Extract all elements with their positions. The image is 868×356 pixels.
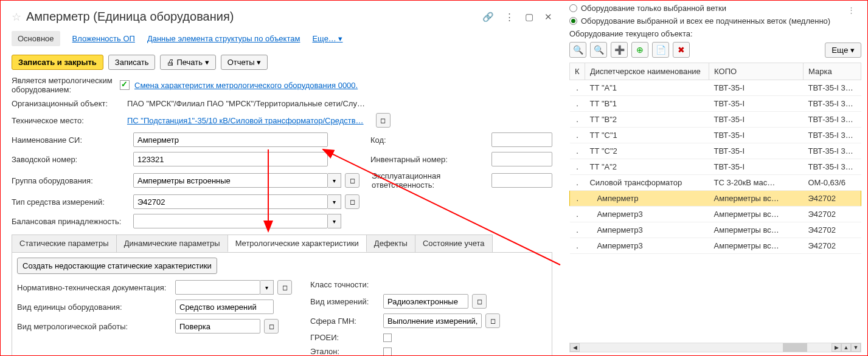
- col-kopo[interactable]: КОПО: [709, 63, 804, 80]
- table-row[interactable]: .ТТ "В"2ТВТ-35-IТВТ-35-I 300/: [570, 112, 861, 128]
- link-icon[interactable]: 🔗: [482, 12, 494, 22]
- balance-label: Балансовая принадлежность:: [12, 217, 127, 226]
- inventory-input[interactable]: [491, 152, 552, 166]
- responsibility-input[interactable]: [491, 173, 552, 188]
- scroll-down-icon[interactable]: ▼: [851, 343, 861, 352]
- work-type-input[interactable]: [175, 319, 260, 334]
- groei-checkbox[interactable]: [383, 334, 392, 342]
- radio-icon: [569, 4, 577, 12]
- print-button[interactable]: 🖨Печать ▾: [160, 55, 215, 70]
- table-row[interactable]: .Амперметр3Амперметры вс…Э42702: [570, 222, 861, 238]
- tab-main[interactable]: Основное: [12, 31, 60, 46]
- save-close-button[interactable]: Записать и закрыть: [12, 55, 103, 70]
- table-row[interactable]: .Амперметр3Амперметры вс…Э42702: [570, 238, 861, 254]
- table-row[interactable]: .Силовой трансформаторТС 3-20кВ мас…ОМ-0…: [570, 175, 861, 191]
- window-icon[interactable]: ▢: [525, 12, 533, 22]
- clear-search-button[interactable]: 🔍: [590, 42, 607, 58]
- reports-button[interactable]: Отчеты ▾: [221, 55, 268, 70]
- tab-defects[interactable]: Дефекты: [366, 234, 415, 252]
- equipment-subtitle: Оборудование текущего объекта:: [569, 29, 861, 38]
- tech-place-open-button[interactable]: ◻: [376, 113, 391, 128]
- table-row[interactable]: .ТТ "А"1ТВТ-35-IТВТ-35-I 300/: [570, 80, 861, 96]
- copy-button[interactable]: ⊕: [631, 42, 648, 58]
- horizontal-scrollbar[interactable]: ◀ ▶ ▲ ▼: [569, 343, 861, 352]
- new-doc-button[interactable]: 📄: [652, 42, 669, 58]
- doc-open-button[interactable]: ◻: [277, 280, 292, 295]
- delete-button[interactable]: ✖: [673, 42, 690, 58]
- tab-dynamic-params[interactable]: Динамические параметры: [116, 234, 228, 252]
- tab-metro-chars[interactable]: Метрологические характеристики: [227, 234, 367, 252]
- doc-input[interactable]: [175, 280, 260, 295]
- scroll-left-icon[interactable]: ◀: [570, 343, 580, 352]
- close-icon[interactable]: ✕: [544, 12, 552, 22]
- type-open-button[interactable]: ◻: [345, 194, 359, 209]
- balance-input[interactable]: [133, 214, 328, 228]
- search-button[interactable]: 🔍: [569, 42, 586, 58]
- add-button[interactable]: ➕: [611, 42, 628, 58]
- table-row[interactable]: .ТТ "А"2ТВТ-35-IТВТ-35-I 300/: [570, 159, 861, 175]
- is-metro-label: Является метрологическим оборудованием:: [12, 76, 115, 94]
- favorite-star-icon[interactable]: ☆: [12, 10, 21, 24]
- groei-label: ГРОЕИ:: [310, 333, 383, 342]
- unit-type-label: Вид единицы оборудования:: [17, 303, 175, 312]
- tech-place-link[interactable]: ПС "Подстанция1"-35/10 кВ/Силовой трансф…: [127, 116, 364, 125]
- kebab-icon[interactable]: ⋮: [505, 12, 514, 22]
- group-input[interactable]: [133, 173, 328, 188]
- measure-type-open-button[interactable]: ◻: [472, 294, 487, 309]
- code-input[interactable]: [491, 132, 552, 147]
- tab-static-params[interactable]: Статические параметры: [12, 234, 117, 252]
- col-k[interactable]: К: [570, 63, 585, 80]
- group-dropdown-button[interactable]: ▾: [328, 173, 341, 188]
- col-name[interactable]: Диспетчерское наименование: [585, 63, 709, 80]
- group-open-button[interactable]: ◻: [345, 173, 359, 188]
- scroll-right-icon[interactable]: ▶: [832, 343, 841, 352]
- radio-selected-branch[interactable]: Оборудование только выбранной ветки: [569, 4, 861, 13]
- factory-label: Заводской номер:: [12, 155, 127, 164]
- factory-input[interactable]: [133, 152, 328, 166]
- etalon-label: Эталон:: [310, 347, 383, 356]
- scroll-up-icon[interactable]: ▲: [841, 343, 851, 352]
- sphere-open-button[interactable]: ◻: [485, 313, 500, 328]
- table-row[interactable]: .АмперметрАмперметры вс…Э42702: [570, 191, 861, 207]
- equipment-table: К Диспетчерское наименование КОПО Марка …: [569, 63, 861, 254]
- tab-state[interactable]: Состояние учета: [415, 234, 493, 252]
- change-characteristics-link[interactable]: Смена характеристик метрологического обо…: [134, 81, 358, 90]
- etalon-checkbox[interactable]: [383, 347, 392, 356]
- doc-label: Нормативно-техническая документация:: [17, 283, 175, 292]
- accuracy-label: Класс точности:: [310, 280, 383, 289]
- create-missing-button[interactable]: Создать недостающие статические характер…: [17, 258, 217, 274]
- name-si-input[interactable]: [133, 132, 328, 147]
- type-dropdown-button[interactable]: ▾: [328, 194, 341, 209]
- radio-icon-checked: [569, 17, 577, 25]
- type-input[interactable]: [133, 194, 328, 209]
- tab-more[interactable]: Еще… ▾: [312, 34, 342, 43]
- save-button[interactable]: Записать: [108, 55, 156, 70]
- tech-place-label: Техническое место:: [12, 116, 127, 125]
- table-row[interactable]: .Амперметр3Амперметры вс…Э42702: [570, 207, 861, 222]
- work-type-open-button[interactable]: ◻: [264, 319, 279, 334]
- balance-dropdown-button[interactable]: ▾: [328, 214, 341, 228]
- sphere-input[interactable]: [383, 313, 482, 328]
- scroll-thumb[interactable]: [783, 343, 807, 352]
- work-type-label: Вид метрологической работы:: [17, 322, 175, 331]
- unit-type-input[interactable]: [175, 300, 274, 314]
- tab-nesting[interactable]: Вложенность ОП: [72, 34, 135, 43]
- table-row[interactable]: .ТТ "В"1ТВТ-35-IТВТ-35-I 300/: [570, 96, 861, 112]
- is-metro-checkbox[interactable]: [120, 80, 130, 90]
- measure-type-label: Вид измерений:: [310, 297, 383, 306]
- org-label: Организационный объект:: [12, 99, 127, 108]
- inventory-label: Инвентарный номер:: [370, 155, 485, 164]
- more-button[interactable]: Еще ▾: [825, 43, 861, 58]
- name-si-label: Наименование СИ:: [12, 135, 127, 145]
- right-kebab-icon[interactable]: ⋮: [847, 5, 855, 15]
- tab-data-elements[interactable]: Данные элемента структуры по объектам: [147, 34, 300, 43]
- sphere-label: Сфера ГМН:: [310, 317, 383, 326]
- table-row[interactable]: .ТТ "С"1ТВТ-35-IТВТ-35-I 300/: [570, 128, 861, 143]
- col-brand[interactable]: Марка: [804, 63, 861, 80]
- measure-type-input[interactable]: [383, 294, 468, 309]
- radio-all-branches[interactable]: Оборудование выбранной и всех ее подчине…: [569, 16, 861, 26]
- print-icon: 🖨: [167, 58, 175, 67]
- type-label: Тип средства измерений:: [12, 197, 127, 207]
- table-row[interactable]: .ТТ "С"2ТВТ-35-IТВТ-35-I 300/: [570, 143, 861, 159]
- doc-dropdown-button[interactable]: ▾: [260, 280, 274, 295]
